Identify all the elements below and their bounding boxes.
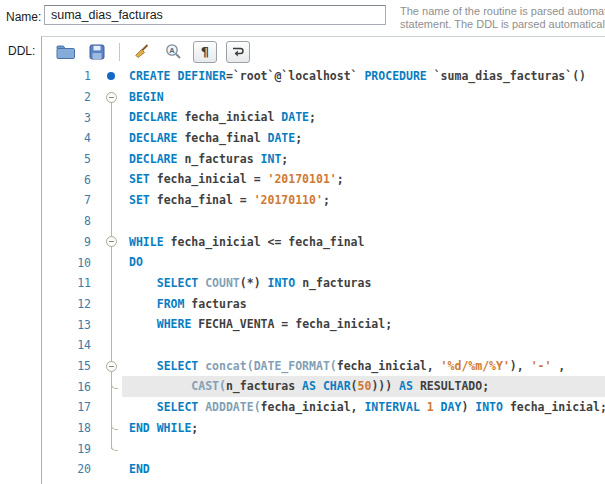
token-kw: DAY bbox=[434, 400, 462, 414]
fold-column bbox=[101, 294, 122, 315]
code-line-text[interactable]: END bbox=[122, 459, 605, 480]
fold-collapse-marker[interactable] bbox=[106, 92, 117, 103]
token-op: , bbox=[551, 359, 565, 373]
line-number[interactable]: 10 bbox=[42, 256, 101, 270]
code-line-text[interactable]: DO bbox=[122, 252, 605, 273]
token-kw: SET bbox=[129, 172, 150, 186]
code-line: 11 SELECT COUNT(*) INTO n_facturas bbox=[42, 273, 605, 294]
code-line: 13 WHERE FECHA_VENTA = fecha_inicial; bbox=[42, 314, 605, 335]
code-line: 2BEGIN bbox=[42, 87, 605, 108]
code-line-text[interactable]: SET fecha_inicial = '20170101'; bbox=[122, 169, 605, 190]
fold-end-marker[interactable] bbox=[111, 380, 118, 389]
code-line-text[interactable]: END WHILE; bbox=[122, 418, 605, 439]
line-number[interactable]: 4 bbox=[42, 131, 101, 145]
beautify-button[interactable] bbox=[131, 41, 153, 63]
line-number[interactable]: 2 bbox=[42, 90, 101, 104]
token-str: '20170110' bbox=[254, 193, 323, 207]
code-line: 15 SELECT concat(DATE_FORMAT(fecha_inici… bbox=[42, 356, 605, 377]
code-line-text[interactable]: SET fecha_final = '20170110'; bbox=[122, 190, 605, 211]
line-number[interactable]: 5 bbox=[42, 152, 101, 166]
line-number[interactable]: 12 bbox=[42, 297, 101, 311]
token-id: fecha_inicial bbox=[337, 359, 427, 373]
code-line-text[interactable]: SELECT concat(DATE_FORMAT(fecha_inicial,… bbox=[122, 356, 605, 377]
code-line-text[interactable]: SELECT COUNT(*) INTO n_facturas bbox=[122, 273, 605, 294]
code-line-text[interactable]: SELECT ADDDATE(fecha_inicial, INTERVAL 1… bbox=[122, 397, 605, 418]
token-kw: DECLARE bbox=[129, 131, 177, 145]
token-op: ; bbox=[191, 421, 198, 435]
line-number[interactable]: 9 bbox=[42, 235, 101, 249]
line-number[interactable]: 6 bbox=[42, 173, 101, 187]
code-line-text[interactable]: DECLARE n_facturas INT; bbox=[122, 149, 605, 170]
token-id: RESULTADO bbox=[413, 379, 482, 393]
token-kw: DECLARE bbox=[129, 110, 177, 124]
token-op: = bbox=[281, 317, 295, 331]
code-line: 14 bbox=[42, 335, 605, 356]
token-kw: DECLARE bbox=[129, 152, 177, 166]
code-line-text[interactable]: BEGIN bbox=[122, 87, 605, 108]
code-line-text[interactable]: CAST(n_facturas AS CHAR(50))) AS RESULTA… bbox=[122, 376, 605, 397]
token-kw: SELECT bbox=[157, 359, 205, 373]
line-number[interactable]: 8 bbox=[42, 214, 101, 228]
line-number[interactable]: 16 bbox=[42, 380, 101, 394]
code-line: 19 bbox=[42, 438, 605, 459]
line-number[interactable]: 17 bbox=[42, 400, 101, 414]
code-line-text[interactable]: DECLARE fecha_inicial DATE; bbox=[122, 107, 605, 128]
token-ws bbox=[129, 317, 157, 331]
line-number[interactable]: 15 bbox=[42, 359, 101, 373]
token-op: (*) bbox=[240, 276, 268, 290]
code-line: 18END WHILE; bbox=[42, 418, 605, 439]
fold-column bbox=[101, 149, 122, 170]
line-number[interactable]: 14 bbox=[42, 338, 101, 352]
line-number[interactable]: 1 bbox=[42, 69, 101, 83]
code-line: 16 CAST(n_facturas AS CHAR(50))) AS RESU… bbox=[42, 376, 605, 397]
token-bt: `root`@`localhost` bbox=[233, 69, 358, 83]
line-number[interactable]: 7 bbox=[42, 193, 101, 207]
code-line-text[interactable]: DECLARE fecha_final DATE; bbox=[122, 128, 605, 149]
open-file-button[interactable] bbox=[55, 41, 77, 63]
token-id: fecha_inicial bbox=[503, 400, 600, 414]
fold-end-marker[interactable] bbox=[111, 442, 118, 451]
show-invisibles-button[interactable]: ¶ bbox=[193, 41, 217, 63]
sql-code-editor[interactable]: 1CREATE DEFINER=`root`@`localhost` PROCE… bbox=[42, 66, 605, 484]
code-line-text[interactable]: FROM facturas bbox=[122, 294, 605, 315]
line-number[interactable]: 18 bbox=[42, 421, 101, 435]
fold-end-marker[interactable] bbox=[111, 421, 118, 430]
token-str: '20170101' bbox=[268, 172, 337, 186]
token-id: fecha_final bbox=[281, 235, 364, 249]
token-kw: AS bbox=[399, 379, 413, 393]
fold-column bbox=[101, 314, 122, 335]
line-number[interactable]: 3 bbox=[42, 111, 101, 125]
code-lines: 1CREATE DEFINER=`root`@`localhost` PROCE… bbox=[42, 66, 605, 480]
line-number[interactable]: 20 bbox=[42, 462, 101, 476]
code-line: 1CREATE DEFINER=`root`@`localhost` PROCE… bbox=[42, 66, 605, 87]
line-number[interactable]: 13 bbox=[42, 318, 101, 332]
code-line: 8 bbox=[42, 211, 605, 232]
fold-column bbox=[101, 107, 122, 128]
token-kw: INTERVAL bbox=[364, 400, 426, 414]
code-line: 20END bbox=[42, 459, 605, 480]
token-op: ; bbox=[295, 131, 302, 145]
token-fn: concat( bbox=[205, 359, 253, 373]
token-ws bbox=[129, 400, 157, 414]
token-str: '%d/%m/%Y' bbox=[441, 359, 510, 373]
line-number[interactable]: 19 bbox=[42, 442, 101, 456]
token-ws bbox=[129, 379, 191, 393]
token-kw: CHAR bbox=[323, 379, 351, 393]
fold-collapse-marker[interactable] bbox=[106, 361, 117, 372]
find-button[interactable]: A bbox=[162, 41, 184, 63]
code-line-text[interactable]: CREATE DEFINER=`root`@`localhost` PROCED… bbox=[122, 66, 605, 87]
save-button[interactable] bbox=[86, 41, 108, 63]
token-kw: END WHILE bbox=[129, 421, 191, 435]
fold-column bbox=[101, 128, 122, 149]
token-op: ), bbox=[510, 359, 531, 373]
code-line-text[interactable]: WHILE fecha_inicial <= fecha_final bbox=[122, 232, 605, 253]
name-input[interactable] bbox=[44, 5, 386, 25]
toggle-word-wrap-button[interactable] bbox=[226, 41, 250, 63]
fold-column bbox=[101, 190, 122, 211]
token-id: n_facturas bbox=[226, 379, 302, 393]
token-id: fecha_inicial bbox=[150, 172, 254, 186]
floppy-disk-icon bbox=[89, 44, 105, 60]
token-str: '-' bbox=[531, 359, 552, 373]
line-number[interactable]: 11 bbox=[42, 276, 101, 290]
code-line-text[interactable]: WHERE FECHA_VENTA = fecha_inicial; bbox=[122, 314, 605, 335]
